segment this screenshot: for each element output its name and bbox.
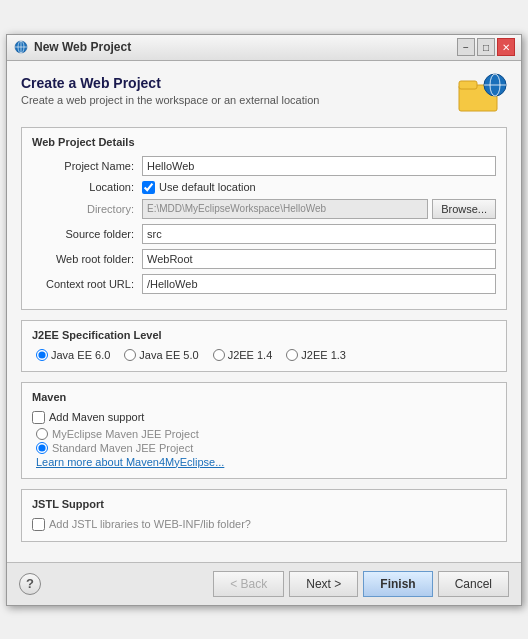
window-controls: − □ ✕	[457, 38, 515, 56]
maven-group-title: Maven	[32, 391, 496, 403]
j2ee-label-0: Java EE 6.0	[51, 349, 110, 361]
add-maven-checkbox[interactable]	[32, 411, 45, 424]
context-root-url-row: Context root URL:	[32, 274, 496, 294]
browse-button[interactable]: Browse...	[432, 199, 496, 219]
maximize-button[interactable]: □	[477, 38, 495, 56]
j2ee-radio-2[interactable]	[213, 349, 225, 361]
j2ee-radio-0[interactable]	[36, 349, 48, 361]
minimize-button[interactable]: −	[457, 38, 475, 56]
details-group-title: Web Project Details	[32, 136, 496, 148]
standard-maven-row: Standard Maven JEE Project	[32, 442, 496, 454]
finish-button[interactable]: Finish	[363, 571, 432, 597]
directory-row: Directory: Browse...	[32, 199, 496, 219]
header-text: Create a Web Project Create a web projec…	[21, 75, 319, 106]
j2ee-group-title: J2EE Specification Level	[32, 329, 496, 341]
directory-input[interactable]	[142, 199, 428, 219]
project-icon	[457, 71, 507, 115]
j2ee-label-3: J2EE 1.3	[301, 349, 346, 361]
svg-rect-5	[459, 81, 477, 89]
use-default-checkbox[interactable]	[142, 181, 155, 194]
j2ee-label-2: J2EE 1.4	[228, 349, 273, 361]
add-maven-label: Add Maven support	[49, 411, 144, 423]
standard-maven-label: Standard Maven JEE Project	[52, 442, 193, 454]
cancel-button[interactable]: Cancel	[438, 571, 509, 597]
source-folder-label: Source folder:	[32, 228, 142, 240]
bottom-bar: ? < Back Next > Finish Cancel	[7, 562, 521, 605]
web-root-folder-row: Web root folder:	[32, 249, 496, 269]
back-button[interactable]: < Back	[213, 571, 284, 597]
web-project-details-group: Web Project Details Project Name: Locati…	[21, 127, 507, 310]
context-root-url-label: Context root URL:	[32, 278, 142, 290]
jstl-group-title: JSTL Support	[32, 498, 496, 510]
j2ee-label-1: Java EE 5.0	[139, 349, 198, 361]
maven-group: Maven Add Maven support MyEclipse Maven …	[21, 382, 507, 479]
add-jstl-row: Add JSTL libraries to WEB-INF/lib folder…	[32, 518, 496, 531]
nav-buttons: < Back Next > Finish Cancel	[213, 571, 509, 597]
use-default-location-wrap: Use default location	[142, 181, 256, 194]
project-name-row: Project Name:	[32, 156, 496, 176]
j2ee-radio-group: Java EE 6.0 Java EE 5.0 J2EE 1.4 J2EE 1.…	[32, 349, 496, 361]
maven-learn-more-link[interactable]: Learn more about Maven4MyEclipse...	[32, 456, 496, 468]
j2ee-option-2: J2EE 1.4	[213, 349, 273, 361]
myeclipse-maven-label: MyEclipse Maven JEE Project	[52, 428, 199, 440]
j2ee-group: J2EE Specification Level Java EE 6.0 Jav…	[21, 320, 507, 372]
window-title: New Web Project	[34, 40, 131, 54]
close-button[interactable]: ✕	[497, 38, 515, 56]
page-title: Create a Web Project	[21, 75, 319, 91]
j2ee-radio-1[interactable]	[124, 349, 136, 361]
j2ee-option-3: J2EE 1.3	[286, 349, 346, 361]
source-folder-input[interactable]	[142, 224, 496, 244]
help-button[interactable]: ?	[19, 573, 41, 595]
add-jstl-label: Add JSTL libraries to WEB-INF/lib folder…	[49, 518, 251, 530]
myeclipse-maven-radio[interactable]	[36, 428, 48, 440]
j2ee-radio-3[interactable]	[286, 349, 298, 361]
standard-maven-radio[interactable]	[36, 442, 48, 454]
next-button[interactable]: Next >	[289, 571, 358, 597]
directory-label: Directory:	[32, 203, 142, 215]
jstl-group: JSTL Support Add JSTL libraries to WEB-I…	[21, 489, 507, 542]
use-default-label: Use default location	[159, 181, 256, 193]
project-name-input[interactable]	[142, 156, 496, 176]
add-maven-row: Add Maven support	[32, 411, 496, 424]
title-bar: New Web Project − □ ✕	[7, 35, 521, 61]
main-content: Create a Web Project Create a web projec…	[7, 61, 521, 562]
page-subtitle: Create a web project in the workspace or…	[21, 94, 319, 106]
j2ee-option-0: Java EE 6.0	[36, 349, 110, 361]
myeclipse-maven-row: MyEclipse Maven JEE Project	[32, 428, 496, 440]
location-label: Location:	[32, 181, 142, 193]
main-window: New Web Project − □ ✕ Create a Web Proje…	[6, 34, 522, 606]
project-name-label: Project Name:	[32, 160, 142, 172]
context-root-url-input[interactable]	[142, 274, 496, 294]
header-section: Create a Web Project Create a web projec…	[21, 75, 507, 115]
location-row: Location: Use default location	[32, 181, 496, 194]
j2ee-option-1: Java EE 5.0	[124, 349, 198, 361]
add-jstl-checkbox[interactable]	[32, 518, 45, 531]
title-bar-left: New Web Project	[13, 39, 131, 55]
source-folder-row: Source folder:	[32, 224, 496, 244]
window-icon	[13, 39, 29, 55]
web-root-folder-label: Web root folder:	[32, 253, 142, 265]
web-root-folder-input[interactable]	[142, 249, 496, 269]
